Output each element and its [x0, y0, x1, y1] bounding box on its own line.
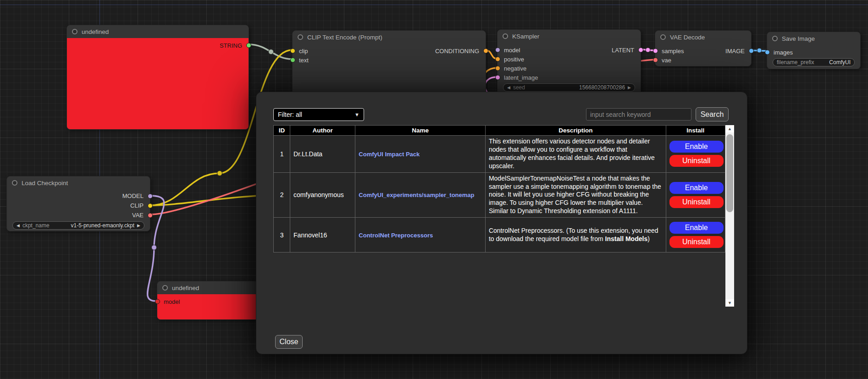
- slot-row: CLIP: [7, 201, 150, 210]
- node-status-dot: [503, 33, 508, 39]
- filter-select[interactable]: Filter: all ▼: [273, 108, 364, 121]
- slot-row: text: [293, 55, 486, 65]
- node-save-image[interactable]: Save Image images filename_prefix ComfyU…: [767, 32, 861, 69]
- input-label-model: model: [504, 47, 520, 54]
- input-port-clip[interactable]: [290, 49, 295, 54]
- custom-nodes-manager-dialog: Filter: all ▼ Search ID Author Name Desc…: [256, 92, 747, 354]
- header-author: Author: [290, 126, 355, 136]
- output-port-string[interactable]: [246, 43, 251, 48]
- cell-author: comfyanonymous: [290, 172, 355, 218]
- slot-row: clip CONDITIONING: [293, 46, 486, 55]
- filename-prefix-widget[interactable]: filename_prefix ComfyUI: [773, 58, 855, 66]
- increment-arrow-icon[interactable]: ▶: [137, 224, 140, 228]
- extension-name-link[interactable]: ComfyUI_experiments/sampler_tonemap: [359, 192, 474, 198]
- ckpt-name-widget[interactable]: ◀ ckpt_name v1-5-pruned-emaonly.ckpt ▶: [12, 221, 144, 230]
- node-header: CLIP Text Encode (Prompt): [293, 31, 486, 44]
- input-port-positive[interactable]: [495, 57, 500, 62]
- increment-arrow-icon[interactable]: ▶: [628, 86, 631, 90]
- link-midpoint-dot: [757, 48, 762, 53]
- seed-widget[interactable]: ◀ seed 156680208700286 ▶: [503, 83, 635, 92]
- link-midpoint-dot: [269, 49, 274, 55]
- cell-install: Enable Uninstall: [666, 172, 725, 218]
- node-title: KSampler: [512, 33, 539, 40]
- enable-button[interactable]: Enable: [669, 141, 724, 153]
- slot-row: MODEL: [7, 191, 150, 201]
- decrement-arrow-icon[interactable]: ◀: [507, 86, 510, 90]
- table-row: 3 Fannovel16 ControlNet Preprocessors Co…: [274, 218, 725, 253]
- uninstall-button[interactable]: Uninstall: [669, 236, 724, 248]
- cell-description: This extension offers various detector n…: [485, 136, 666, 173]
- output-port-latent[interactable]: [638, 48, 643, 53]
- output-port-conditioning[interactable]: [483, 49, 488, 54]
- node-status-dot: [72, 29, 77, 34]
- node-title: undefined: [172, 285, 199, 291]
- description-bold-text: Install Models: [605, 235, 648, 242]
- input-label-vae: vae: [662, 57, 671, 64]
- link-midpoint-dot: [646, 48, 650, 52]
- input-port-text[interactable]: [290, 58, 295, 63]
- search-input[interactable]: [586, 108, 691, 121]
- node-title: Load Checkpoint: [22, 180, 68, 187]
- header-id: ID: [274, 126, 290, 136]
- node-status-dot: [162, 285, 168, 291]
- input-port-latent-image[interactable]: [495, 75, 500, 80]
- wire-string-to-text: [249, 44, 292, 59]
- slot-row: samples IMAGE: [655, 46, 751, 55]
- node-body: STRING: [67, 38, 249, 129]
- uninstall-button[interactable]: Uninstall: [669, 196, 724, 208]
- input-label-clip: clip: [299, 48, 308, 55]
- table-header-row: ID Author Name Description Install: [274, 126, 725, 136]
- table-scrollbar[interactable]: ▲ ▼: [725, 125, 734, 307]
- input-port-model[interactable]: [495, 48, 500, 53]
- output-label-string: STRING: [220, 42, 242, 49]
- enable-button[interactable]: Enable: [669, 222, 724, 234]
- decrement-arrow-icon[interactable]: ◀: [17, 224, 20, 228]
- input-port-model[interactable]: [155, 299, 160, 304]
- node-status-dot: [12, 180, 17, 186]
- output-label-latent: LATENT: [612, 47, 634, 54]
- input-label-latent-image: latent_image: [504, 74, 538, 81]
- node-load-checkpoint[interactable]: Load Checkpoint MODEL CLIP VAE ◀ ckpt_na…: [6, 176, 150, 231]
- extension-name-link[interactable]: ComfyUI Impact Pack: [359, 151, 420, 158]
- output-label-clip: CLIP: [130, 202, 144, 209]
- node-vae-decode[interactable]: VAE Decode samples IMAGE vae: [655, 30, 752, 66]
- input-port-vae[interactable]: [653, 58, 658, 63]
- cell-install: Enable Uninstall: [666, 218, 725, 253]
- cell-id: 2: [274, 172, 290, 218]
- close-button[interactable]: Close: [275, 335, 303, 349]
- output-port-vae[interactable]: [148, 213, 153, 218]
- input-port-images[interactable]: [765, 50, 770, 55]
- description-text: ModelSamplerTonemapNoiseTest a node that…: [489, 175, 661, 215]
- widget-label: ckpt_name: [22, 222, 50, 229]
- node-status-dot: [772, 36, 778, 41]
- link-midpoint-dot: [152, 245, 157, 250]
- input-port-negative[interactable]: [495, 66, 500, 71]
- scroll-down-arrow-icon[interactable]: ▼: [725, 299, 734, 307]
- node-title: CLIP Text Encode (Prompt): [307, 34, 382, 41]
- input-label-positive: positive: [504, 56, 524, 63]
- description-text: This extension offers various detector n…: [489, 137, 655, 170]
- widget-value: 156680208700286: [579, 84, 625, 91]
- output-label-vae: VAE: [132, 212, 144, 219]
- extension-table: ID Author Name Description Install 1 Dr.…: [273, 125, 725, 253]
- description-text: ): [647, 235, 650, 242]
- node-body: images filename_prefix ComfyUI: [767, 45, 860, 69]
- header-description: Description: [485, 126, 666, 136]
- scrollbar-thumb[interactable]: [726, 134, 733, 212]
- search-button[interactable]: Search: [696, 107, 729, 121]
- input-label-model: model: [164, 298, 180, 305]
- input-port-samples[interactable]: [653, 49, 658, 54]
- node-body: samples IMAGE vae: [655, 44, 751, 66]
- enable-button[interactable]: Enable: [669, 182, 724, 194]
- canvas-grid[interactable]: { "nodes": { "undefined_top": { "title":…: [0, 0, 868, 379]
- widget-value: ComfyUI: [829, 59, 851, 66]
- output-port-image[interactable]: [749, 49, 754, 54]
- canvas-axis-horizontal: [0, 5, 868, 5]
- scroll-up-arrow-icon[interactable]: ▲: [725, 125, 734, 132]
- node-undefined-top[interactable]: undefined STRING: [66, 25, 249, 130]
- uninstall-button[interactable]: Uninstall: [669, 155, 724, 167]
- output-label-conditioning: CONDITIONING: [435, 48, 479, 55]
- output-port-clip[interactable]: [148, 203, 153, 208]
- output-port-model[interactable]: [148, 193, 153, 198]
- extension-name-link[interactable]: ControlNet Preprocessors: [359, 232, 433, 239]
